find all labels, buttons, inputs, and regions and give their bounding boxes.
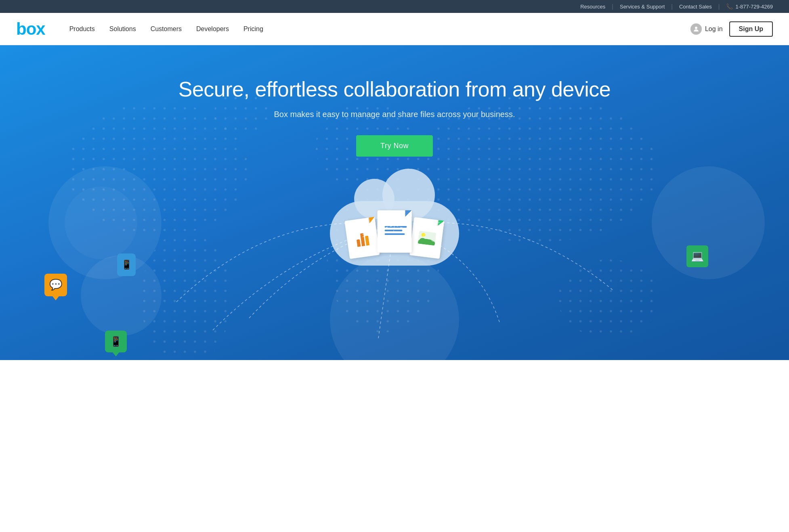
- laptop-icon-right: 💻: [691, 250, 704, 262]
- device-yellow-left: 💬: [44, 274, 67, 296]
- main-nav: box Products Solutions Customers Develop…: [0, 13, 789, 45]
- svg-point-0: [695, 27, 697, 29]
- topbar-contact-sales[interactable]: Contact Sales: [673, 4, 718, 10]
- phone-number: 📞 1-877-729-4269: [720, 3, 773, 10]
- logo[interactable]: box: [16, 19, 45, 39]
- hero-illustration: .arc-line { fill: none; stroke: rgba(255…: [0, 169, 789, 354]
- nav-links: Products Solutions Customers Developers …: [69, 24, 690, 34]
- phone-icon: 📞: [726, 3, 733, 10]
- top-bar: Resources | Services & Support | Contact…: [0, 0, 789, 13]
- logo-text: box: [16, 19, 45, 39]
- nav-pricing[interactable]: Pricing: [243, 24, 263, 34]
- chat-icon-left: 💬: [49, 279, 62, 291]
- topbar-services-support[interactable]: Services & Support: [613, 4, 671, 10]
- nav-products[interactable]: Products: [69, 24, 95, 34]
- device-green-bottom-left: 📱: [105, 331, 127, 352]
- topbar-resources[interactable]: Resources: [574, 4, 612, 10]
- device-blue-phone-left: 📱: [117, 253, 136, 276]
- phone-icon-green: 📱: [110, 336, 122, 347]
- nav-developers[interactable]: Developers: [196, 24, 229, 34]
- hero-subtitle: Box makes it easy to manage and share fi…: [178, 110, 611, 119]
- phone-text: 1-877-729-4269: [735, 4, 773, 10]
- signup-button[interactable]: Sign Up: [729, 21, 773, 37]
- phone-icon-left: 📱: [121, 260, 132, 270]
- device-laptop-right-top: 💻: [686, 245, 708, 267]
- hero-section: Secure, effortless collaboration from an…: [0, 45, 789, 360]
- nav-solutions[interactable]: Solutions: [109, 24, 136, 34]
- nav-actions: Log in Sign Up: [690, 21, 773, 37]
- try-now-button[interactable]: Try Now: [356, 135, 433, 157]
- nav-customers[interactable]: Customers: [151, 24, 182, 34]
- hero-content: Secure, effortless collaboration from an…: [178, 45, 611, 157]
- hero-title: Secure, effortless collaboration from an…: [178, 77, 611, 102]
- login-label: Log in: [705, 25, 723, 33]
- user-icon: [690, 23, 702, 35]
- login-button[interactable]: Log in: [690, 23, 723, 35]
